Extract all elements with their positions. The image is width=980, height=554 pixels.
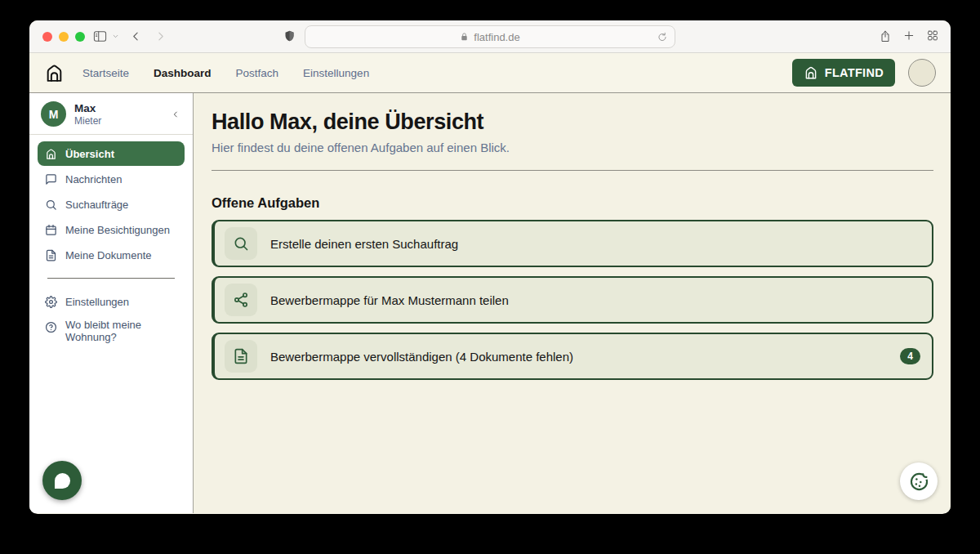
brand-label: FLATFIND — [825, 66, 884, 79]
house-icon — [804, 65, 818, 80]
reload-icon[interactable] — [657, 30, 668, 44]
close-window-button[interactable] — [42, 32, 52, 42]
page-subtitle: Hier findest du deine offenen Aufgaben a… — [212, 141, 933, 154]
search-icon — [225, 227, 257, 260]
forward-icon[interactable] — [155, 29, 166, 43]
browser-toolbar: flatfind.de — [29, 20, 951, 53]
cookie-settings-button[interactable] — [900, 462, 938, 500]
app-header: Startseite Dashboard Postfach Einstellun… — [29, 53, 951, 93]
sidebar-item-label: Wo bleibt meine Wohnung? — [65, 319, 163, 343]
sidebar-item-wo-bleibt-wohnung[interactable]: Wo bleibt meine Wohnung? — [38, 315, 185, 347]
sidebar-item-label: Meine Dokumente — [65, 249, 152, 261]
sidebar-item-besichtigungen[interactable]: Meine Besichtigungen — [38, 217, 185, 242]
url-text: flatfind.de — [474, 31, 519, 43]
top-nav: Startseite Dashboard Postfach Einstellun… — [82, 67, 369, 79]
task-label: Erstelle deinen ersten Suchauftrag — [270, 237, 458, 251]
task-card-mappe-vervollstaendigen[interactable]: Bewerbermappe vervollständigen (4 Dokume… — [212, 333, 933, 380]
address-bar[interactable]: flatfind.de — [305, 25, 675, 48]
sidebar-item-einstellungen[interactable]: Einstellungen — [38, 289, 185, 314]
calendar-icon — [45, 224, 57, 236]
sidebar-item-suchauftraege[interactable]: Suchaufträge — [38, 192, 185, 217]
new-tab-icon[interactable] — [902, 29, 915, 44]
main-content: Hallo Max, deine Übersicht Hier findest … — [194, 93, 951, 513]
page-title: Hallo Max, deine Übersicht — [212, 109, 933, 135]
sidebar-item-dokumente[interactable]: Meine Dokumente — [38, 243, 185, 267]
nav-postfach[interactable]: Postfach — [236, 67, 279, 79]
sidebar-item-uebersicht[interactable]: Übersicht — [38, 141, 185, 166]
nav-startseite[interactable]: Startseite — [82, 67, 129, 79]
task-card-mappe-teilen[interactable]: Bewerbermappe für Max Mustermann teilen — [212, 276, 933, 324]
sidebar: M Max Mieter Übersicht — [29, 93, 194, 513]
privacy-shield-icon[interactable] — [283, 29, 296, 43]
missing-documents-badge: 4 — [900, 348, 920, 364]
sidebar-item-label: Suchaufträge — [65, 199, 128, 211]
profile-avatar: M — [41, 101, 66, 127]
profile-card: M Max Mieter — [29, 93, 193, 134]
sidebar-footer-divider — [47, 278, 175, 279]
search-icon — [45, 199, 57, 211]
zoom-window-button[interactable] — [75, 32, 85, 42]
chat-launcher-button[interactable] — [42, 461, 82, 500]
task-label: Bewerbermappe für Max Mustermann teilen — [270, 293, 509, 307]
chat-bubble-icon — [55, 473, 70, 489]
home-icon — [45, 148, 57, 160]
user-avatar[interactable] — [908, 59, 936, 87]
section-title: Offene Aufgaben — [212, 195, 933, 211]
share-icon[interactable] — [879, 29, 892, 44]
flatfind-logo-icon[interactable] — [44, 63, 65, 83]
document-icon — [45, 249, 57, 261]
sidebar-item-label: Übersicht — [65, 148, 114, 160]
lock-icon — [460, 32, 469, 42]
task-label: Bewerbermappe vervollständigen (4 Dokume… — [270, 350, 573, 364]
task-card-suchauftrag[interactable]: Erstelle deinen ersten Suchauftrag — [212, 220, 933, 267]
sidebar-toggle-icon[interactable] — [92, 29, 108, 43]
sidebar-item-label: Meine Besichtigungen — [65, 224, 170, 236]
content-divider — [212, 170, 933, 171]
sidebar-item-label: Einstellungen — [65, 296, 129, 308]
profile-role: Mieter — [74, 115, 101, 127]
sidebar-menu: Übersicht Nachrichten Suchaufträge — [29, 135, 193, 347]
chat-bubble-icon — [45, 173, 57, 185]
chevron-down-icon[interactable] — [112, 34, 119, 39]
nav-dashboard[interactable]: Dashboard — [154, 67, 212, 79]
toolbar-right-icons — [879, 29, 939, 44]
tab-overview-icon[interactable] — [926, 29, 939, 44]
sidebar-item-nachrichten[interactable]: Nachrichten — [38, 167, 185, 191]
window-controls — [42, 32, 85, 42]
cookie-icon — [908, 471, 930, 493]
profile-name: Max — [74, 102, 101, 114]
sidebar-item-label: Nachrichten — [65, 173, 122, 185]
collapse-sidebar-icon[interactable] — [168, 106, 183, 123]
nav-einstellungen[interactable]: Einstellungen — [303, 67, 369, 79]
share-icon — [225, 284, 257, 316]
minimize-window-button[interactable] — [59, 32, 69, 42]
help-circle-icon — [45, 319, 57, 333]
back-icon[interactable] — [131, 29, 141, 43]
browser-window: flatfind.de Startseite Dashboard Postfac… — [29, 20, 951, 514]
flatfind-brand-button[interactable]: FLATFIND — [792, 59, 895, 87]
gear-icon — [45, 296, 57, 308]
document-icon — [225, 340, 257, 373]
